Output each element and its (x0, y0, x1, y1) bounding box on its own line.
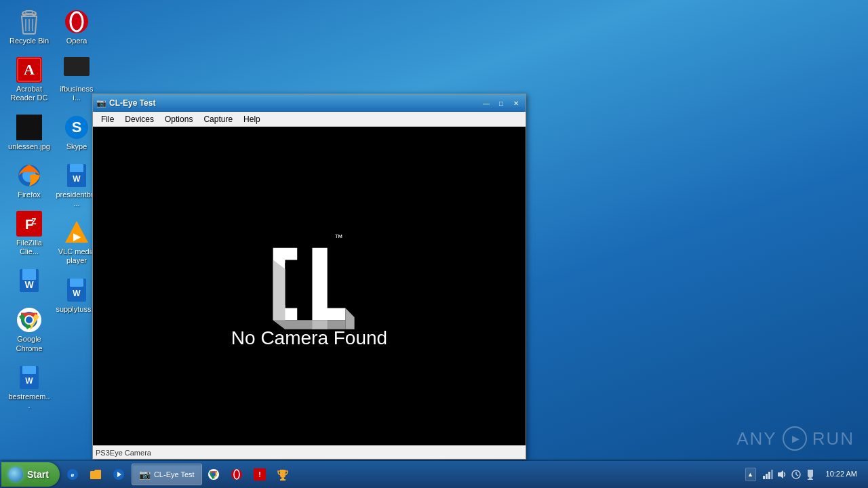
skype-label: Skype (66, 142, 87, 151)
desktop-icon-firefox[interactable]: Firefox (5, 159, 53, 202)
svg-text:!: ! (258, 470, 261, 479)
presidentbra-icon: W (63, 162, 90, 189)
svg-rect-16 (22, 269, 36, 280)
ifbusiness-icon (63, 56, 90, 83)
svg-rect-31 (70, 164, 83, 172)
svg-text:S: S (72, 119, 82, 136)
menu-file[interactable]: File (96, 113, 119, 125)
window-content: ™ No Camera F (93, 127, 526, 445)
recycle-bin-label: Recycle Bin (9, 37, 49, 45)
desktop-icon-filezilla[interactable]: F Z FileZilla Clie... (5, 207, 53, 259)
window-title-icon: 📷 (96, 98, 106, 108)
menu-help[interactable]: Help (238, 113, 266, 125)
word-doc-icon: W (16, 267, 43, 294)
svg-marker-63 (778, 470, 783, 479)
menu-capture[interactable]: Capture (198, 113, 238, 125)
desktop-icon-chrome[interactable]: Google Chrome (5, 304, 53, 355)
anyrun-run-text: RUN (812, 428, 854, 449)
taskbar-item-folder[interactable] (85, 464, 107, 485)
svg-rect-61 (768, 472, 770, 479)
start-button[interactable]: Start (1, 462, 60, 487)
sound-tray-icon[interactable] (776, 468, 788, 481)
unlessen-label: unlessen.jpg (8, 142, 50, 151)
close-button[interactable]: ✕ (509, 97, 523, 109)
chrome-taskbar-icon (208, 468, 220, 481)
maximize-button[interactable]: □ (494, 97, 508, 109)
taskbar-item-chrome-tb[interactable] (203, 464, 225, 485)
ie-icon: e (66, 468, 79, 481)
taskbar-item-ie[interactable]: e (62, 464, 84, 485)
anyrun-any-text: ANY (736, 428, 776, 449)
svg-rect-23 (22, 366, 36, 374)
anyrun-play-icon: ▶ (783, 426, 807, 451)
system-tray: ▲ (740, 461, 867, 488)
ifbusiness-label: ifbusiness i... (56, 85, 98, 102)
svg-text:W: W (25, 376, 33, 386)
desktop-icon-recycle-bin[interactable]: Recycle Bin (5, 5, 53, 48)
svg-rect-62 (771, 470, 773, 479)
taskbar: Start e (0, 461, 868, 488)
filezilla-icon: F Z (16, 210, 43, 237)
acrobat-label: Acrobat Reader DC (8, 85, 50, 102)
tray-expand-button[interactable]: ▲ (745, 468, 756, 481)
svg-rect-5 (26, 11, 33, 14)
no-camera-text: No Camera Found (231, 327, 387, 349)
svg-rect-67 (809, 478, 812, 479)
eset-icon: ! (254, 468, 266, 481)
clock-time: 10:22 AM (826, 470, 857, 479)
svg-point-53 (231, 469, 242, 480)
taskbar-items: e (60, 464, 740, 485)
desktop-icon-acrobat[interactable]: A Acrobat Reader DC (5, 54, 53, 105)
trophy-tray-icon[interactable] (804, 468, 816, 481)
svg-rect-9 (16, 115, 42, 140)
cl-eye-window: 📷 CL-Eye Test — □ ✕ File Devices Options… (92, 94, 526, 460)
tray-icons (759, 468, 819, 481)
taskbar-item-wmp[interactable] (108, 464, 130, 485)
firefox-icon (16, 162, 43, 189)
anyrun-play-symbol: ▶ (792, 433, 800, 444)
presidentbra-label: presidentbra... (56, 190, 98, 208)
svg-rect-27 (64, 57, 90, 76)
svg-text:A: A (24, 61, 35, 78)
filezilla-label: FileZilla Clie... (8, 239, 50, 256)
firefox-label: Firefox (18, 190, 41, 199)
svg-rect-58 (280, 479, 285, 481)
svg-text:Z: Z (31, 217, 36, 226)
desktop-icon-bestremem[interactable]: W bestremem... (5, 361, 53, 413)
taskbar-item-eset[interactable]: ! (250, 464, 271, 485)
svg-marker-40 (285, 263, 309, 305)
svg-rect-36 (70, 279, 83, 287)
desktop-icon-opera[interactable]: Opera (53, 5, 100, 48)
svg-rect-68 (808, 479, 813, 481)
desktop-icons-area: Recycle Bin A Acrobat Reader DC unlessen… (0, 0, 58, 461)
wmp-icon (113, 468, 125, 481)
svg-text:W: W (73, 174, 81, 184)
minimize-button[interactable]: — (479, 97, 493, 109)
desktop-icon-word-doc[interactable]: W (5, 264, 53, 298)
svg-text:e: e (71, 470, 74, 479)
taskbar-item-trophy[interactable] (273, 464, 294, 485)
menu-devices[interactable]: Devices (119, 113, 159, 125)
opera-taskbar-icon (231, 468, 243, 481)
vlc-label: VLC media player (56, 247, 98, 265)
desktop: Recycle Bin A Acrobat Reader DC unlessen… (0, 0, 868, 488)
system-clock[interactable]: 10:22 AM (822, 470, 861, 479)
taskbar-item-cl-eye[interactable]: 📷 CL-Eye Test (132, 464, 202, 485)
window-titlebar[interactable]: 📷 CL-Eye Test — □ ✕ (93, 94, 526, 112)
cl-eye-task-label: CL-Eye Test (154, 470, 195, 479)
svg-rect-59 (763, 476, 765, 479)
time-sync-tray-icon[interactable] (790, 468, 802, 481)
start-label: Start (27, 469, 49, 480)
network-tray-icon[interactable] (762, 468, 774, 481)
window-controls: — □ ✕ (479, 97, 523, 109)
menu-options[interactable]: Options (159, 113, 198, 125)
statusbar-text: PS3Eye Camera (96, 449, 151, 457)
svg-rect-57 (281, 478, 284, 479)
desktop-icon-unlessen[interactable]: unlessen.jpg (5, 111, 53, 154)
svg-text:W: W (73, 289, 81, 298)
svg-text:W: W (24, 279, 34, 290)
svg-marker-42 (273, 260, 285, 329)
taskbar-item-opera-tb[interactable] (226, 464, 248, 485)
acrobat-icon: A (16, 56, 43, 83)
folder-icon (90, 468, 102, 481)
